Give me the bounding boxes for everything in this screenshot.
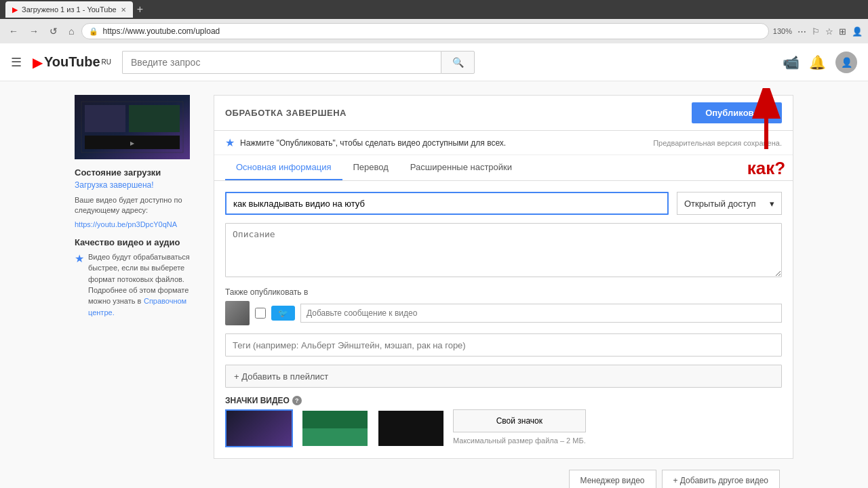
custom-thumb-button[interactable]: Свой значок (453, 409, 586, 432)
video-manager-button[interactable]: Менеджер видео (569, 470, 656, 488)
twitter-message-input[interactable] (300, 304, 782, 323)
search-input[interactable] (122, 51, 441, 74)
processing-status: ОБРАБОТКА ЗАВЕРШЕНА (225, 108, 347, 118)
annotation-text: как? (746, 158, 787, 179)
upload-link[interactable]: https://youtu.be/pn3DpcY0qNA (75, 220, 177, 228)
notifications-icon[interactable]: 🔔 (809, 54, 826, 70)
svg-text:▶: ▶ (130, 140, 135, 146)
zoom-level: 130% (773, 27, 792, 35)
form-tabs: Основная информация Перевод Расширенные … (214, 155, 793, 181)
add-to-playlist-button[interactable]: + Добавить в плейлист (225, 365, 782, 388)
star-notice-icon: ★ (225, 136, 235, 149)
form-body: Открытый доступ ▾ Также опубликовать в (214, 181, 793, 458)
upload-status: Состояние загрузки Загрузка завершена! В… (75, 167, 200, 229)
description-input[interactable] (225, 223, 782, 277)
upload-icon[interactable]: 📹 (783, 54, 800, 70)
youtube-logo-text: YouTube (44, 54, 100, 70)
tags-input[interactable] (225, 333, 782, 357)
tab-translation[interactable]: Перевод (342, 155, 399, 180)
forward-button[interactable]: → (26, 24, 42, 38)
upload-info-text: Ваше видео будет доступно по следующему … (75, 195, 200, 216)
left-panel: ▶ Состояние загрузки Загрузка завершена!… (75, 95, 200, 488)
reload-button[interactable]: ↺ (46, 24, 61, 38)
pocket-icon[interactable]: ⚐ (812, 26, 820, 37)
upload-form: ОБРАБОТКА ЗАВЕРШЕНА Опубликовать ★ Нажми… (214, 95, 793, 459)
back-button[interactable]: ← (5, 24, 22, 38)
twitter-button[interactable]: 🐦 (271, 306, 295, 321)
avatar[interactable]: 👤 (835, 52, 857, 73)
home-button[interactable]: ⌂ (65, 24, 77, 38)
browser-toolbar: ← → ↺ ⌂ 🔒 https://www.youtube.com/upload… (0, 19, 868, 43)
youtube-header: ☰ ▶ YouTube RU 🔍 📹 🔔 👤 (0, 43, 868, 81)
ssl-lock-icon: 🔒 (89, 27, 98, 36)
tab-close[interactable]: ✕ (121, 6, 126, 14)
url-text: https://www.youtube.com/upload (102, 26, 220, 36)
channel-avatar (225, 301, 250, 325)
bookmark-icon[interactable]: ☆ (825, 26, 833, 37)
account-icon[interactable]: 👤 (852, 26, 863, 37)
also-publish-row: 🐦 (225, 301, 782, 325)
form-header: ОБРАБОТКА ЗАВЕРШЕНА Опубликовать (214, 96, 793, 131)
bottom-row: Менеджер видео + Добавить другое видео (214, 459, 793, 488)
thumb-image: ▶ (75, 95, 190, 159)
also-publish-section: Также опубликовать в 🐦 (225, 287, 782, 325)
youtube-logo-suffix: RU (102, 58, 111, 66)
custom-thumbnail-area: Свой значок Максимальный размер файла – … (453, 409, 586, 445)
main-content: ▶ Состояние загрузки Загрузка завершена!… (61, 81, 807, 488)
search-button[interactable]: 🔍 (441, 51, 475, 74)
youtube-logo-icon: ▶ (33, 54, 43, 70)
thumb-size-note: Максимальный размер файла – 2 МБ. (453, 436, 586, 445)
add-video-button[interactable]: + Добавить другое видео (662, 470, 780, 488)
browser-right-icons: 130% ⋯ ⚐ ☆ ⊞ 👤 (773, 26, 863, 37)
svg-rect-3 (85, 105, 125, 132)
title-input[interactable] (225, 192, 669, 215)
tab-advanced[interactable]: Расширенные настройки (399, 155, 523, 180)
header-right-icons: 📹 🔔 👤 (783, 52, 857, 73)
tab-title: Загружено 1 из 1 - YouTube (22, 5, 117, 14)
arrow-svg (746, 88, 787, 156)
new-tab-button[interactable]: + (137, 3, 143, 16)
hamburger-menu[interactable]: ☰ (11, 55, 22, 70)
privacy-label: Открытый доступ (684, 199, 755, 209)
thumbnails-label: ЗНАЧКИ ВИДЕО ? (225, 396, 782, 405)
also-publish-label: Также опубликовать в (225, 287, 782, 297)
star-notice-text: Нажмите "Опубликовать", чтобы сделать ви… (240, 138, 648, 148)
star-notice-bar: ★ Нажмите "Опубликовать", чтобы сделать … (214, 131, 793, 155)
extensions-icon[interactable]: ⊞ (839, 26, 846, 37)
thumbnail-3[interactable] (377, 409, 445, 447)
title-row: Открытый доступ ▾ (225, 192, 782, 215)
thumbnails-row: Свой значок Максимальный размер файла – … (225, 409, 782, 447)
thumbnail-1[interactable] (225, 409, 293, 447)
browser-chrome: ▶ Загружено 1 из 1 - YouTube ✕ + (0, 0, 868, 19)
video-thumbnail: ▶ (75, 95, 190, 159)
help-icon[interactable]: ? (292, 396, 302, 405)
arrow-annotation: как? (746, 88, 787, 179)
thumbnail-2[interactable] (301, 409, 369, 447)
upload-status-title: Состояние загрузки (75, 167, 200, 178)
svg-rect-4 (129, 105, 180, 132)
upload-done-text: Загрузка завершена! (75, 180, 200, 190)
upload-form-wrapper: как? ОБРАБОТКА ЗАВЕРШЕНА Опубликовать ★ … (214, 95, 793, 488)
twitter-checkbox[interactable] (255, 308, 266, 319)
browser-tab[interactable]: ▶ Загружено 1 из 1 - YouTube ✕ (5, 1, 133, 18)
tab-basic-info[interactable]: Основная информация (225, 155, 342, 180)
quality-row: ★ Видео будут обрабатываться быстрее, ес… (75, 251, 200, 317)
search-bar: 🔍 (122, 51, 475, 74)
privacy-chevron-icon: ▾ (770, 199, 774, 209)
thumbnails-section: ЗНАЧКИ ВИДЕО ? С (225, 396, 782, 447)
youtube-logo[interactable]: ▶ YouTube RU (33, 54, 111, 70)
quality-title: Качество видео и аудио (75, 237, 200, 247)
url-bar[interactable]: 🔒 https://www.youtube.com/upload (81, 23, 768, 39)
star-icon: ★ (75, 252, 84, 265)
privacy-dropdown[interactable]: Открытый доступ ▾ (677, 192, 782, 215)
twitter-icon: 🐦 (278, 308, 288, 318)
more-icon[interactable]: ⋯ (797, 26, 806, 37)
